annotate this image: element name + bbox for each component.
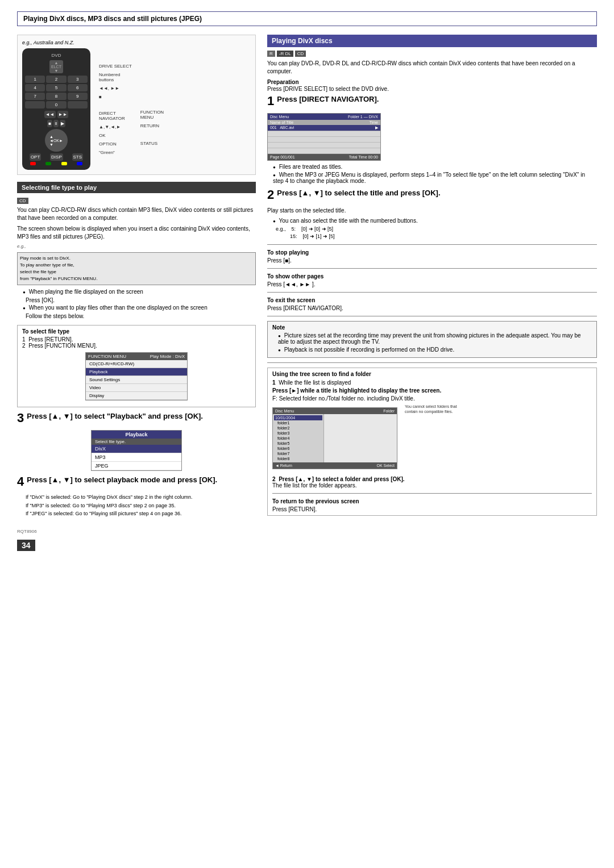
cd-badge-wrapper: CD bbox=[17, 197, 256, 206]
step4-detail-2: If "MP3" is selected: Go to "Playing MP3… bbox=[26, 502, 256, 510]
label-option: OPTION bbox=[99, 141, 132, 147]
tree-step1-desc: Press [►] while a title is highlighted t… bbox=[272, 387, 592, 394]
tree-item-f8: folder8 bbox=[274, 456, 322, 461]
playback-item-divx: DivX bbox=[92, 445, 181, 453]
playback-selection-box: Playback Select file type. DivX MP3 JPEG bbox=[91, 430, 182, 471]
label-status: STATUS bbox=[140, 141, 164, 146]
screen-text: The screen shown below is displayed when… bbox=[17, 225, 256, 241]
to-select-file-type-box: To select file type 1 Press [RETURN]. 2 … bbox=[17, 325, 256, 407]
step2-text: Press [FUNCTION MENU]. bbox=[28, 343, 97, 349]
bottom-btns: OPT DISP STS bbox=[25, 153, 88, 161]
tree-item-f2: folder2 bbox=[274, 425, 322, 431]
exit-title: To exit the screen bbox=[267, 297, 597, 303]
divider-5 bbox=[267, 362, 597, 363]
step2-examples: e.g., 5: [0] ➜ [0] ➜ [5] 15: [0] ➜ [1] ➜… bbox=[276, 226, 597, 240]
left-column: e.g., Australia and N.Z. DVD ▲ELCT▼ 1 2 bbox=[17, 35, 256, 551]
remote-labels: DRIVE SELECT Numberedbuttons ◄◄, ►► ■ DI… bbox=[99, 48, 132, 170]
nav-col-name: Name of Title bbox=[270, 120, 293, 124]
bullet-when-other: When you want to play files other than t… bbox=[23, 304, 256, 311]
function-screen-header: FUNCTION MENU Play Mode : DivX bbox=[86, 353, 187, 360]
tree-right-contents bbox=[325, 415, 396, 419]
playback-header: Playback bbox=[92, 431, 181, 439]
exit-text: Press [DIRECT NAVIGATOR]. bbox=[267, 305, 597, 311]
bullet-action-1-text: Press [OK]. bbox=[26, 297, 55, 303]
btn-7: 7 bbox=[25, 93, 45, 100]
btn-option: OPT bbox=[30, 153, 41, 161]
right-step1-number: 1 bbox=[267, 95, 274, 107]
tree-f-note: F: Selected folder no./Total folder no. … bbox=[272, 395, 592, 402]
preparation-block: Preparation Press [DRIVE SELECT] to sele… bbox=[267, 78, 597, 92]
tree-item-f3: folder3 bbox=[274, 431, 322, 436]
color-btns bbox=[25, 162, 88, 165]
btn-6: 6 bbox=[68, 84, 88, 91]
divider-1 bbox=[267, 244, 597, 245]
label-transport: ◄◄, ►► bbox=[99, 86, 132, 91]
function-menu-screen: FUNCTION MENU Play Mode : DivX CD(CD-R/+… bbox=[85, 352, 188, 400]
right-bullet-1-text: Files are treated as titles. bbox=[279, 164, 343, 170]
badge-rdl: -R DL bbox=[277, 51, 293, 57]
sub-section-other-pages: To show other pages Press [◄◄, ►► ]. bbox=[267, 273, 597, 287]
left-intro-text: You can play CD-R/CD-RW discs which cont… bbox=[17, 206, 256, 222]
note-item-2: Playback is not possible if recording is… bbox=[278, 347, 592, 353]
label-return: RETURN bbox=[140, 123, 164, 128]
step4-detail-3: If "JPEG" is selected: Go to "Playing st… bbox=[26, 510, 256, 518]
step3-title: Press [▲, ▼] to select "Playback" and pr… bbox=[27, 412, 203, 420]
sub-section-stop: To stop playing Press [■]. bbox=[267, 249, 597, 264]
note-title: Note bbox=[272, 324, 592, 331]
nav-screen-header: Disc Menu Folder 1 — DIVX bbox=[268, 114, 380, 120]
step2-label: 2 Press [FUNCTION MENU]. bbox=[22, 343, 251, 349]
right-step1-title: Press [DIRECT NAVIGATOR]. bbox=[277, 95, 379, 103]
example-5: e.g., 5: [0] ➜ [0] ➜ [5] bbox=[276, 226, 597, 233]
function-item-sound: Sound Settings bbox=[86, 376, 187, 384]
bullet-action-2: Follow the steps below. bbox=[26, 312, 256, 320]
bullet-when-other-text: When you want to play files other than t… bbox=[29, 304, 208, 311]
remote-top-label: DVD bbox=[25, 53, 88, 58]
btn-display: DISP bbox=[50, 153, 63, 161]
select-file-type-header: Selecting file type to play bbox=[17, 182, 256, 193]
nav-row-1-name: 001 ABC.avi bbox=[270, 126, 294, 130]
btn-blue bbox=[77, 162, 82, 165]
nav-row-5 bbox=[268, 148, 380, 154]
screen-msg-line-3: select the file type bbox=[20, 269, 253, 276]
step4-block: 4 Press [▲, ▼] to select playback mode a… bbox=[17, 475, 256, 488]
screen-msg-line-2: To play another type of file, bbox=[20, 262, 253, 269]
function-screen-title: FUNCTION MENU bbox=[88, 354, 126, 359]
btn-0: 0 bbox=[46, 101, 66, 108]
step3-block: 3 Press [▲, ▼] to select "Playback" and … bbox=[17, 412, 256, 424]
btn-red bbox=[30, 162, 36, 165]
step4-details: If "DivX" is selected: Go to "Playing Di… bbox=[26, 494, 256, 518]
page-header: Playing DivX discs, MP3 discs and still … bbox=[17, 11, 597, 26]
badge-r: R bbox=[267, 51, 275, 57]
btn-1: 1 bbox=[25, 76, 45, 83]
nav-col-time: Time bbox=[370, 120, 378, 124]
tree-item-f7: folder7 bbox=[274, 451, 322, 456]
playback-subheader: Select file type. bbox=[92, 439, 181, 445]
navigator-area: ▲◄OK►▼ bbox=[25, 129, 88, 152]
nav-header-left: Disc Menu bbox=[270, 115, 289, 119]
preparation-label: Preparation bbox=[267, 79, 299, 85]
right-intro-text: You can play DVD-R, DVD-R DL and CD-R/CD… bbox=[267, 60, 597, 76]
btn-2: 2 bbox=[46, 76, 66, 83]
cd-badge: CD bbox=[17, 198, 28, 204]
rqt-label: RQT8906 bbox=[17, 529, 256, 534]
btn-3: 3 bbox=[68, 76, 88, 83]
btn-rew: ◄◄ bbox=[44, 111, 56, 118]
tree-footer-left: ◄ Return bbox=[275, 464, 292, 468]
tree-step2-desc: The file list for the folder appears. bbox=[272, 482, 592, 489]
screen-msg-line-4: from "Playback" in FUNCTION MENU. bbox=[20, 276, 253, 282]
step2-play-text: Play starts on the selected title. bbox=[267, 207, 597, 215]
right-bullet-2-text: When the MP3 or JPEG Menu is displayed, … bbox=[273, 172, 585, 184]
step2-numbered-bullet: You can also select the title with the n… bbox=[273, 218, 597, 224]
btn-green bbox=[45, 162, 51, 165]
playback-item-jpeg: JPEG bbox=[92, 462, 181, 470]
tree-step1-num: 1 While the file list is displayed bbox=[272, 379, 592, 386]
btn-8: 8 bbox=[46, 93, 66, 100]
step-1-2-wrapper: 1 Press [RETURN]. 2 Press [FUNCTION MENU… bbox=[22, 336, 251, 349]
stop-title: To stop playing bbox=[267, 249, 597, 256]
step4-detail-1: If "DivX" is selected: Go to "Playing Di… bbox=[26, 494, 256, 501]
playback-item-mp3: MP3 bbox=[92, 453, 181, 462]
remote-image: DVD ▲ELCT▼ 1 2 3 4 5 6 bbox=[22, 48, 251, 170]
tree-header-left: Disc Menu bbox=[275, 409, 294, 413]
label-stop: ■ bbox=[99, 94, 132, 99]
bullet-action-2-text: Follow the steps below. bbox=[26, 313, 84, 319]
